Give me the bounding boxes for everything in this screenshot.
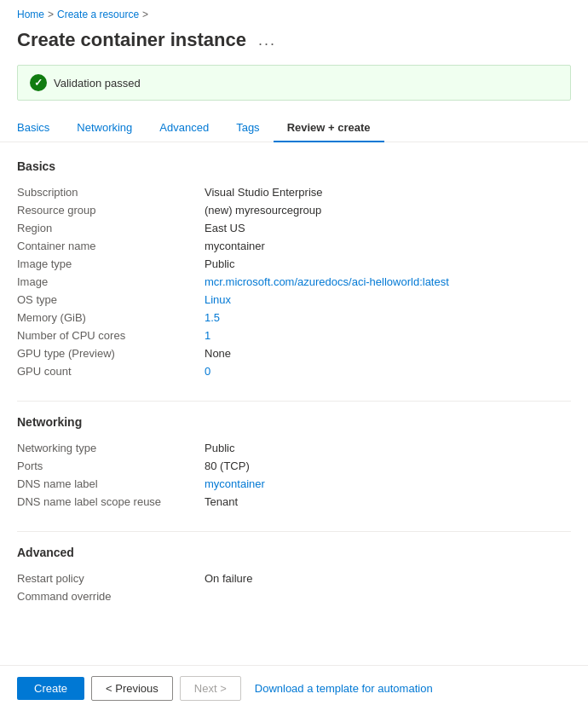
field-memory: Memory (GiB) 1.5 [17, 309, 571, 327]
field-value-networking-type: Public [205, 442, 571, 454]
main-content: Basics Subscription Visual Studio Enterp… [0, 142, 588, 643]
advanced-section: Advanced Restart policy On failure Comma… [17, 546, 571, 605]
footer: Create < Previous Next > Download a temp… [0, 665, 588, 711]
field-value-ports: 80 (TCP) [205, 460, 571, 472]
field-value-image-type: Public [205, 257, 571, 270]
field-value-region: East US [205, 222, 571, 234]
tab-review-create[interactable]: Review + create [274, 114, 384, 142]
field-label-command-override: Command override [17, 590, 205, 603]
tab-advanced[interactable]: Advanced [146, 114, 222, 142]
field-label-dns-scope: DNS name label scope reuse [17, 495, 205, 508]
tabs-container: Basics Networking Advanced Tags Review +… [0, 114, 588, 142]
field-label-subscription: Subscription [17, 186, 205, 199]
divider-1 [17, 401, 571, 402]
field-ports: Ports 80 (TCP) [17, 457, 571, 475]
field-label-networking-type: Networking type [17, 442, 205, 454]
page-title: Create container instance [17, 29, 246, 51]
page-title-row: Create container instance ... [0, 26, 588, 65]
field-label-memory: Memory (GiB) [17, 311, 205, 324]
field-dns-scope: DNS name label scope reuse Tenant [17, 493, 571, 511]
breadcrumb-sep2: > [142, 9, 148, 20]
field-label-region: Region [17, 222, 205, 234]
field-resource-group: Resource group (new) myresourcegroup [17, 201, 571, 219]
validation-banner: Validation passed [17, 65, 571, 101]
basics-section-title: Basics [17, 159, 571, 173]
networking-section: Networking Networking type Public Ports … [17, 415, 571, 511]
tab-networking[interactable]: Networking [63, 114, 146, 142]
field-dns-label: DNS name label mycontainer [17, 475, 571, 493]
field-value-memory: 1.5 [205, 311, 571, 324]
field-label-image-type: Image type [17, 257, 205, 270]
field-value-gpu-type: None [205, 347, 571, 360]
basics-section: Basics Subscription Visual Studio Enterp… [17, 159, 571, 380]
field-gpu-type: GPU type (Preview) None [17, 344, 571, 362]
field-value-container-name: mycontainer [205, 240, 571, 252]
field-label-image: Image [17, 275, 205, 288]
field-value-resource-group: (new) myresourcegroup [205, 204, 571, 217]
breadcrumb-home[interactable]: Home [17, 9, 44, 20]
field-region: Region East US [17, 219, 571, 237]
field-label-cpu-cores: Number of CPU cores [17, 329, 205, 342]
field-value-image: mcr.microsoft.com/azuredocs/aci-hellowor… [205, 275, 571, 288]
field-label-dns-label: DNS name label [17, 477, 205, 490]
divider-2 [17, 531, 571, 532]
field-command-override: Command override [17, 587, 571, 605]
tab-tags[interactable]: Tags [222, 114, 273, 142]
field-label-ports: Ports [17, 460, 205, 472]
field-value-subscription: Visual Studio Enterprise [205, 186, 571, 199]
field-label-resource-group: Resource group [17, 204, 205, 217]
field-image: Image mcr.microsoft.com/azuredocs/aci-he… [17, 273, 571, 291]
field-value-dns-scope: Tenant [205, 495, 571, 508]
validation-text: Validation passed [54, 77, 141, 90]
breadcrumb: Home > Create a resource > [0, 0, 588, 26]
field-image-type: Image type Public [17, 255, 571, 273]
ellipsis-button[interactable]: ... [255, 30, 280, 51]
field-container-name: Container name mycontainer [17, 237, 571, 255]
advanced-section-title: Advanced [17, 546, 571, 559]
field-value-restart-policy: On failure [205, 572, 571, 585]
field-subscription: Subscription Visual Studio Enterprise [17, 183, 571, 201]
field-label-container-name: Container name [17, 240, 205, 252]
breadcrumb-create-resource[interactable]: Create a resource [57, 9, 139, 20]
field-label-os-type: OS type [17, 293, 205, 306]
field-gpu-count: GPU count 0 [17, 362, 571, 380]
field-value-dns-label: mycontainer [205, 477, 571, 490]
field-label-gpu-type: GPU type (Preview) [17, 347, 205, 360]
breadcrumb-sep1: > [48, 9, 54, 20]
field-restart-policy: Restart policy On failure [17, 569, 571, 587]
field-cpu-cores: Number of CPU cores 1 [17, 327, 571, 344]
field-value-gpu-count: 0 [205, 365, 571, 378]
field-networking-type: Networking type Public [17, 439, 571, 457]
download-template-link[interactable]: Download a template for automation [255, 682, 433, 695]
tab-basics[interactable]: Basics [17, 114, 63, 142]
field-value-cpu-cores: 1 [205, 329, 571, 342]
field-os-type: OS type Linux [17, 291, 571, 309]
field-value-os-type: Linux [205, 293, 571, 306]
field-label-restart-policy: Restart policy [17, 572, 205, 585]
field-label-gpu-count: GPU count [17, 365, 205, 378]
create-button[interactable]: Create [17, 677, 84, 700]
previous-button[interactable]: < Previous [91, 676, 173, 701]
networking-section-title: Networking [17, 415, 571, 429]
validation-check-icon [30, 74, 47, 91]
next-button: Next > [180, 676, 241, 701]
